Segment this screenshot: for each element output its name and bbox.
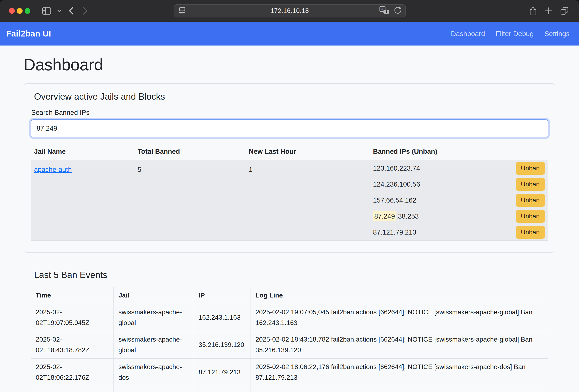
back-icon[interactable] — [67, 6, 75, 16]
event-jail: swissmakers-apache-global — [114, 304, 194, 331]
banned-ip: 87.249.38.253 — [373, 212, 419, 220]
banned-ip-list: 123.160.223.74 Unban 124.236.100.56 Unba… — [373, 160, 545, 240]
toolbar-right — [528, 5, 569, 16]
banned-ip-item: 87.121.79.213 Unban — [373, 224, 545, 240]
event-time: 2025-02-02T19:07:05.045Z — [31, 304, 114, 331]
events-table-header-row: Time Jail IP Log Line — [31, 287, 548, 304]
col-header-jail: Jail — [114, 287, 194, 304]
nav-link-settings[interactable]: Settings — [544, 30, 570, 38]
banned-ip: 87.121.79.213 — [373, 228, 416, 236]
browser-window: 172.16.10.18 A — [0, 0, 579, 392]
total-banned-value: 5 — [134, 160, 245, 240]
event-ip: 87.121.79.213 — [194, 359, 251, 386]
address-bar-actions: A — [379, 6, 402, 16]
event-time: 2025-02-02T18:06:01.963Z — [31, 386, 114, 392]
svg-text:A: A — [381, 7, 384, 11]
col-header-new-last-hour: New Last Hour — [246, 143, 370, 160]
event-jail: swissmakers-apache-dos — [114, 359, 194, 386]
zoom-window-button[interactable] — [25, 8, 30, 14]
new-last-hour-value: 1 — [246, 160, 370, 240]
col-header-jail-name: Jail Name — [31, 143, 134, 160]
event-row: 2025-02-02T18:43:18.782Z swissmakers-apa… — [31, 331, 548, 359]
jails-table: Jail Name Total Banned New Last Hour Ban… — [31, 143, 548, 241]
unban-button[interactable]: Unban — [516, 226, 545, 239]
unban-button[interactable]: Unban — [516, 194, 545, 207]
banned-ip: 123.160.223.74 — [373, 165, 420, 172]
tabs-icon[interactable] — [560, 6, 569, 16]
search-highlight: 87.249 — [373, 211, 396, 221]
overview-card: Overview active Jails and Blocks Search … — [24, 83, 555, 253]
event-ip: 35.216.139.120 — [194, 331, 251, 359]
event-jail: swissmakers-apache-global — [114, 331, 194, 359]
toolbar-left — [42, 6, 89, 16]
jails-table-header-row: Jail Name Total Banned New Last Hour Ban… — [31, 143, 548, 160]
event-log: 2025-02-02 18:06:01,963 fail2ban.actions… — [251, 386, 548, 392]
unban-button[interactable]: Unban — [516, 162, 545, 175]
page-title: Dashboard — [24, 55, 555, 74]
new-tab-icon[interactable] — [544, 6, 553, 15]
event-ip: 87.121.79.213 — [194, 386, 251, 392]
app-navbar: Fail2ban UI Dashboard Filter Debug Setti… — [0, 22, 579, 46]
brand-link[interactable]: Fail2ban UI — [6, 29, 51, 39]
nav-link-filter-debug[interactable]: Filter Debug — [496, 30, 534, 38]
event-log: 2025-02-02 18:06:22,176 fail2ban.actions… — [251, 359, 548, 386]
event-ip: 162.243.1.163 — [194, 304, 251, 331]
forward-icon[interactable] — [81, 6, 89, 16]
page-content: Dashboard Overview active Jails and Bloc… — [0, 55, 579, 392]
event-log: 2025-02-02 19:07:05,045 fail2ban.actions… — [251, 304, 548, 331]
event-time: 2025-02-02T18:43:18.782Z — [31, 331, 114, 359]
minimize-window-button[interactable] — [17, 8, 23, 14]
jail-row: apache-auth 5 1 123.160.223.74 Unban 124… — [31, 160, 548, 240]
banned-ip-item: 87.249.38.253 Unban — [373, 208, 545, 224]
search-banned-ips-input[interactable] — [31, 119, 548, 137]
events-card-title: Last 5 Ban Events — [34, 270, 548, 280]
chevron-down-icon[interactable] — [57, 8, 62, 13]
translate-icon[interactable]: A — [379, 6, 389, 16]
jail-name-link[interactable]: apache-auth — [34, 166, 72, 173]
event-log: 2025-02-02 18:43:18,782 fail2ban.actions… — [251, 331, 548, 359]
event-time: 2025-02-02T18:06:22.176Z — [31, 359, 114, 386]
events-card: Last 5 Ban Events Time Jail IP Log Line … — [24, 262, 555, 392]
unban-button[interactable]: Unban — [516, 178, 545, 191]
window-controls — [9, 8, 30, 14]
nav-link-dashboard[interactable]: Dashboard — [451, 30, 485, 38]
col-header-banned-ips: Banned IPs (Unban) — [370, 143, 548, 160]
col-header-total-banned: Total Banned — [134, 143, 245, 160]
search-banned-ips-label: Search Banned IPs — [31, 109, 548, 116]
browser-titlebar: 172.16.10.18 A — [0, 0, 579, 22]
close-window-button[interactable] — [9, 8, 15, 14]
overview-card-title: Overview active Jails and Blocks — [34, 91, 548, 102]
banned-ip-item: 124.236.100.56 Unban — [373, 176, 545, 192]
share-icon[interactable] — [528, 5, 538, 16]
reload-icon[interactable] — [393, 6, 402, 16]
banned-ip-item: 123.160.223.74 Unban — [373, 160, 545, 176]
col-header-time: Time — [31, 287, 114, 304]
address-bar[interactable]: 172.16.10.18 A — [174, 4, 406, 17]
col-header-ip: IP — [194, 287, 251, 304]
page-format-icon[interactable] — [178, 6, 186, 15]
sidebar-icon[interactable] — [42, 6, 51, 15]
event-row: 2025-02-02T19:07:05.045Z swissmakers-apa… — [31, 304, 548, 331]
event-row: 2025-02-02T18:06:22.176Z swissmakers-apa… — [31, 359, 548, 386]
event-row: 2025-02-02T18:06:01.963Z apache-auth 87.… — [31, 386, 548, 392]
event-jail: apache-auth — [114, 386, 194, 392]
url-text: 172.16.10.18 — [174, 7, 405, 14]
events-table: Time Jail IP Log Line 2025-02-02T19:07:0… — [31, 287, 548, 392]
unban-button[interactable]: Unban — [516, 210, 545, 223]
banned-ip-item: 157.66.54.162 Unban — [373, 192, 545, 208]
col-header-log-line: Log Line — [251, 287, 548, 304]
banned-ip: 157.66.54.162 — [373, 196, 416, 204]
banned-ip: 124.236.100.56 — [373, 180, 420, 188]
nav-links: Dashboard Filter Debug Settings — [451, 30, 570, 38]
